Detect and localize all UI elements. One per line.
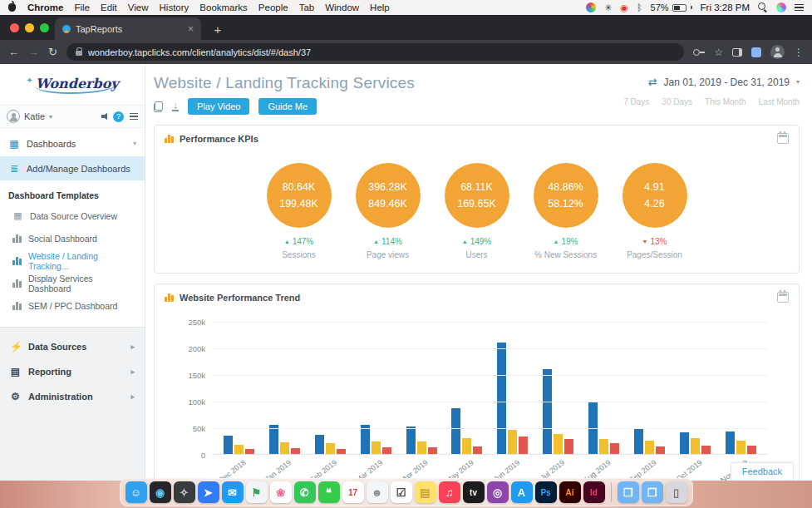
notes-icon[interactable]: ▤ (415, 481, 436, 503)
bookmark-star-icon[interactable]: ☆ (714, 47, 723, 58)
menu-item-view[interactable]: View (128, 2, 149, 12)
dashboards-label: Dashboards (27, 139, 76, 149)
download-icon[interactable]: ↓ (172, 101, 179, 111)
tv-icon[interactable]: tv (463, 481, 485, 503)
back-button[interactable]: ← (8, 46, 19, 58)
close-window-button[interactable] (10, 23, 19, 32)
secure-lock-icon[interactable] (76, 51, 82, 56)
sidebar-item-data-source-overview[interactable]: ▦Data Source Overview (0, 205, 145, 227)
sidebar-item-website-landing-tracking[interactable]: Website / Landing Tracking... (0, 249, 145, 272)
address-bar[interactable]: wonderboy.tapclicks.com/client/analytics… (66, 43, 684, 61)
sidebar-item-display-services-dashboard[interactable]: Display Services Dashboard (0, 272, 145, 294)
trash-icon[interactable]: ▯ (666, 481, 687, 503)
siri-icon[interactable]: ◉ (150, 481, 171, 503)
folder-icon[interactable]: ❒ (618, 481, 639, 503)
sidebar-item-reporting[interactable]: ▤Reporting▸ (0, 359, 145, 384)
trend-groups: Dec 2018Jan 2019Feb 2019Mar 2019Apr 2019… (213, 322, 767, 454)
launchpad-icon[interactable]: ✧ (174, 481, 195, 503)
menu-item-help[interactable]: Help (370, 2, 390, 12)
sidebar-item-social-dashboard[interactable]: Social Dashboard (0, 227, 145, 249)
reload-button[interactable]: ↻ (48, 46, 57, 58)
browser-tab[interactable]: TapReports × (55, 17, 201, 40)
announcements-icon[interactable] (101, 113, 107, 120)
compare-icon[interactable]: ⇄ (648, 76, 657, 88)
menu-item-chrome[interactable]: Chrome (27, 2, 63, 12)
sidebar-item-add-manage-dashboards[interactable]: ≣ Add/Manage Dashboards (0, 156, 145, 180)
password-key-icon[interactable] (693, 49, 705, 55)
finder-icon[interactable]: ☺ (125, 481, 147, 503)
siri-menubar-icon[interactable] (776, 2, 786, 12)
menu-item-tab[interactable]: Tab (299, 2, 315, 12)
photos-icon[interactable]: ❀ (270, 481, 292, 503)
sidebar-item-dashboards[interactable]: ▦ Dashboards ▾ (0, 132, 145, 155)
folder-icon-2[interactable]: ❒ (642, 481, 663, 503)
music-icon[interactable]: ♫ (439, 481, 460, 503)
facetime-icon[interactable]: ✆ (294, 481, 316, 503)
menu-item-bookmarks[interactable]: Bookmarks (199, 2, 248, 12)
bar-series-3 (337, 449, 346, 454)
help-icon[interactable]: ? (113, 111, 124, 122)
date-range-control[interactable]: ⇄ Jan 01, 2019 - Dec 31, 2019 ▾ (648, 76, 800, 88)
menu-item-edit[interactable]: Edit (101, 2, 117, 12)
sidebar-item-data-sources[interactable]: ⚡Data Sources▸ (0, 334, 145, 359)
kpi-change-percent: 13% (650, 237, 667, 246)
podcasts-icon[interactable]: ◎ (487, 481, 509, 503)
browser-menu-icon[interactable]: ⋮ (794, 47, 804, 58)
asterisk-icon[interactable]: ✳ (604, 2, 612, 13)
down-arrow-icon: ▼ (642, 239, 648, 244)
menu-item-file[interactable]: File (74, 2, 90, 12)
messages-icon[interactable]: ❝ (318, 481, 340, 503)
menu-item-window[interactable]: Window (325, 2, 359, 12)
bar-series-3 (245, 449, 254, 454)
feedback-button[interactable]: Feedback (731, 462, 794, 481)
sidebar-item-administration[interactable]: ⚙Administration▸ (0, 384, 145, 409)
gridline (213, 322, 767, 323)
menu-item-history[interactable]: History (160, 2, 189, 12)
pinwheel-icon[interactable] (586, 2, 596, 12)
tab-close-icon[interactable]: × (188, 23, 194, 35)
extension-icon[interactable] (751, 47, 761, 57)
bar-series-2 (645, 441, 654, 454)
bluetooth-icon[interactable]: ᛒ (637, 2, 642, 12)
contacts-icon[interactable]: ☻ (367, 481, 388, 503)
new-tab-button[interactable]: + (209, 22, 226, 37)
illustrator-icon[interactable]: Ai (559, 481, 581, 503)
x-axis-label: Feb 2019 (308, 458, 338, 481)
record-icon[interactable]: ◉ (620, 2, 628, 13)
logo-row[interactable]: ✦ Wonderboy (0, 64, 145, 106)
user-row[interactable]: Katie ▾ ? (0, 106, 145, 128)
guide-me-button[interactable]: Guide Me (258, 98, 317, 115)
quick-range-30-days[interactable]: 30 Days (662, 97, 692, 106)
zoom-window-button[interactable] (40, 23, 49, 32)
side-panel-icon[interactable] (732, 48, 742, 57)
notification-center-icon[interactable] (795, 4, 804, 12)
user-caret-icon[interactable]: ▾ (49, 113, 52, 121)
minimize-window-button[interactable] (25, 23, 34, 32)
forward-button[interactable]: → (28, 46, 39, 58)
mail-icon[interactable]: ✉ (222, 481, 244, 503)
up-arrow-icon: ▲ (462, 239, 468, 244)
profile-avatar[interactable] (770, 45, 785, 59)
collapse-sidebar-icon[interactable] (130, 113, 138, 121)
safari-icon[interactable]: ➤ (198, 481, 219, 503)
battery-indicator[interactable]: 57% (651, 2, 692, 12)
maps-icon[interactable]: ⚑ (246, 481, 268, 503)
quick-range-this-month[interactable]: This Month (705, 97, 746, 106)
menu-item-people[interactable]: People (258, 2, 288, 12)
menubar-clock[interactable]: Fri 3:28 PM (701, 2, 750, 12)
appstore-icon[interactable]: A (511, 481, 533, 503)
sidebar-item-sem-ppc-dashboard[interactable]: SEM / PPC Dashboard (0, 294, 145, 317)
calendar-icon[interactable] (777, 133, 789, 144)
reminders-icon[interactable]: ☑ (391, 481, 412, 503)
spotlight-icon[interactable] (758, 2, 768, 12)
copy-dashboard-icon[interactable] (154, 101, 163, 112)
calendar-icon[interactable]: 17 (342, 481, 364, 503)
calendar-icon[interactable] (777, 292, 789, 303)
quick-range-7-days[interactable]: 7 Days (623, 97, 649, 106)
indesign-icon[interactable]: Id (583, 481, 605, 503)
photoshop-icon[interactable]: Ps (535, 481, 557, 503)
play-video-button[interactable]: Play Video (188, 98, 249, 115)
quick-range-last-month[interactable]: Last Month (759, 97, 800, 106)
trend-panel-header: Website Performance Trend (155, 284, 799, 310)
apple-logo-icon[interactable] (8, 3, 16, 12)
